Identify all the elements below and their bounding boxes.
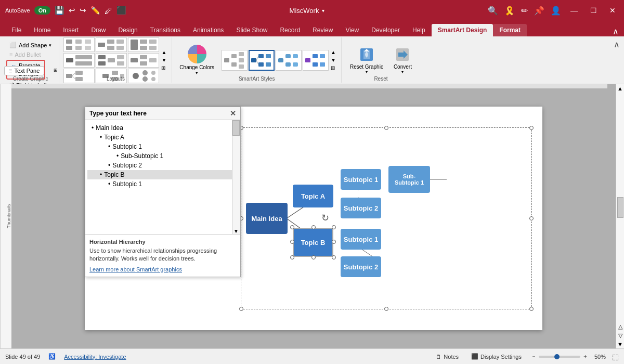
display-settings-button[interactable]: ⬛ Display Settings [468,352,525,361]
smartart-diagram[interactable]: Main Idea Topic A Topic B [241,127,532,309]
scroll-down-btn[interactable]: ▼ [160,56,167,64]
tab-draw[interactable]: Draw [85,24,112,36]
tb-handle-br[interactable] [332,255,336,259]
maximize-button[interactable]: ☐ [587,5,600,16]
subtopic2-b-box[interactable]: Subtopic 2 [341,256,381,277]
learn-more-link[interactable]: Learn more about SmartArt graphics [89,266,182,272]
text-pane-item-subsubtopic1[interactable]: •Sub-Subtopic 1 [87,151,238,161]
tab-help[interactable]: Help [406,24,432,36]
tab-smartart-design[interactable]: SmartArt Design [432,24,493,36]
scroll-thumb[interactable] [232,120,240,136]
right-scrollbar[interactable]: ▲ △ ▽ ▼ [616,84,624,348]
layout-item-4[interactable] [63,53,95,68]
slide-container[interactable]: ▶ Type your text here ✕ •Main Idea •Topi… [85,107,542,330]
text-pane-item-topic-a[interactable]: •Topic A [87,133,238,142]
tb-handle-bl[interactable] [290,255,294,259]
add-shape-button[interactable]: ⬜ Add Shape ▾ [6,41,55,49]
zoom-track[interactable] [539,356,580,358]
save-icon[interactable]: 💾 [55,6,64,15]
tab-developer[interactable]: Developer [365,24,406,36]
tab-design[interactable]: Design [112,24,144,36]
dropdown-arrow[interactable]: ▾ [49,43,51,48]
page-up-btn[interactable]: △ [617,322,623,331]
tb-handle-mr[interactable] [332,240,336,244]
collapse-ribbon-icon[interactable]: 📌 [534,6,544,16]
layout-item-5[interactable] [96,53,127,68]
scroll-down-btn[interactable]: ▼ [616,340,624,348]
zoom-out-icon[interactable]: － [531,353,537,360]
tb-handle-tc[interactable] [311,225,316,229]
page-dn-btn[interactable]: ▽ [617,331,623,340]
dropdown-arrow[interactable]: ▾ [322,8,324,14]
profile-icon[interactable]: 👤 [551,6,561,16]
eraser-icon[interactable]: 🖊 [105,6,112,15]
text-pane-item-subtopic1-b[interactable]: •Subtopic 1 [87,179,238,189]
tab-record[interactable]: Record [274,24,306,36]
text-pane-item-subtopic2[interactable]: •Subtopic 2 [87,161,238,170]
reset-graphic-button[interactable]: Reset Graphic ▾ [346,44,387,76]
handle-mr[interactable] [529,216,534,220]
accessibility-text[interactable]: Accessibility: Investigate [64,354,126,360]
convert-dropdown-arrow[interactable]: ▾ [401,70,404,74]
crop-icon[interactable]: ⬛ [116,6,126,15]
layout-item-1[interactable] [63,37,95,52]
zoom-percent[interactable]: 50% [594,354,606,360]
ribbon-icon[interactable]: 🎗️ [504,6,515,16]
reset-dropdown-arrow[interactable]: ▾ [366,70,368,74]
notes-button[interactable]: 🗒 Notes [433,353,462,361]
handle-br[interactable] [529,307,534,311]
style-item-1[interactable] [222,50,248,71]
text-pane-item-topic-b[interactable]: •Topic B [87,170,238,179]
tb-handle-tr[interactable] [332,225,336,229]
style-item-3[interactable] [276,50,302,71]
topic-a-box[interactable]: Topic A [293,185,333,207]
style-item-2-selected[interactable] [249,50,275,71]
scroll-down-arrow[interactable]: ▼ [232,228,240,234]
styles-scroll-down[interactable]: ▼ [330,56,337,64]
tb-handle-tl[interactable] [290,225,294,229]
tb-handle-ml[interactable] [290,240,294,244]
subtopic2-a-box[interactable]: Subtopic 2 [341,198,381,218]
text-pane-scrollbar[interactable]: ▼ [232,120,240,234]
tab-transitions[interactable]: Transitions [144,24,187,36]
topic-b-box[interactable]: Topic B [293,228,333,257]
layout-btn[interactable]: ⊞ [54,66,58,73]
comments-icon[interactable]: ✏ [521,6,528,16]
zoom-slider[interactable]: － ＋ [531,353,588,360]
zoom-in-icon[interactable]: ＋ [582,353,588,360]
change-colors-button[interactable]: Change Colors ▾ [176,43,217,77]
fit-slide-icon[interactable]: ⬚ [612,353,619,361]
search-icon[interactable]: 🔍 [488,6,498,16]
handle-tr[interactable] [529,126,534,130]
rotate-handle[interactable]: ↻ [321,212,329,224]
redo-icon[interactable]: ↪ [80,6,86,15]
subsubtopic1-box[interactable]: Sub- Subtopic 1 [388,166,430,193]
handle-bl[interactable] [239,307,243,311]
styles-scroll-up[interactable]: ▲ [330,48,337,56]
text-pane-button[interactable]: ≡ Text Pane [4,66,44,75]
tab-slideshow[interactable]: Slide Show [230,24,274,36]
minimize-button[interactable]: — [567,5,581,16]
tab-animations[interactable]: Animations [187,24,230,36]
styles-scroll-expand[interactable]: ⊞ [330,64,337,72]
undo-icon[interactable]: ↩ [69,6,75,15]
text-pane-item-subtopic1[interactable]: •Subtopic 1 [87,142,238,151]
collapse-ribbon-btn[interactable]: ∧ [613,27,619,36]
handle-tc[interactable] [384,126,388,130]
tab-format[interactable]: Format [493,24,527,36]
scroll-expand-btn[interactable]: ⊞ [160,64,167,72]
tab-view[interactable]: View [339,24,365,36]
style-item-4[interactable] [303,50,329,71]
zoom-thumb[interactable] [554,354,560,359]
layout-item-6[interactable] [128,53,159,68]
ribbon-collapse-btn[interactable]: ∧ [612,37,622,83]
tab-home[interactable]: Home [28,24,57,36]
autosave-toggle[interactable]: On [34,6,50,15]
convert-button[interactable]: Convert ▾ [389,44,416,76]
tab-review[interactable]: Review [306,24,339,36]
close-button[interactable]: ✕ [606,5,619,16]
layout-item-2[interactable] [96,37,127,52]
text-pane-close-button[interactable]: ✕ [230,109,236,118]
tab-file[interactable]: File [5,24,28,36]
tb-handle-bc[interactable] [311,255,316,259]
